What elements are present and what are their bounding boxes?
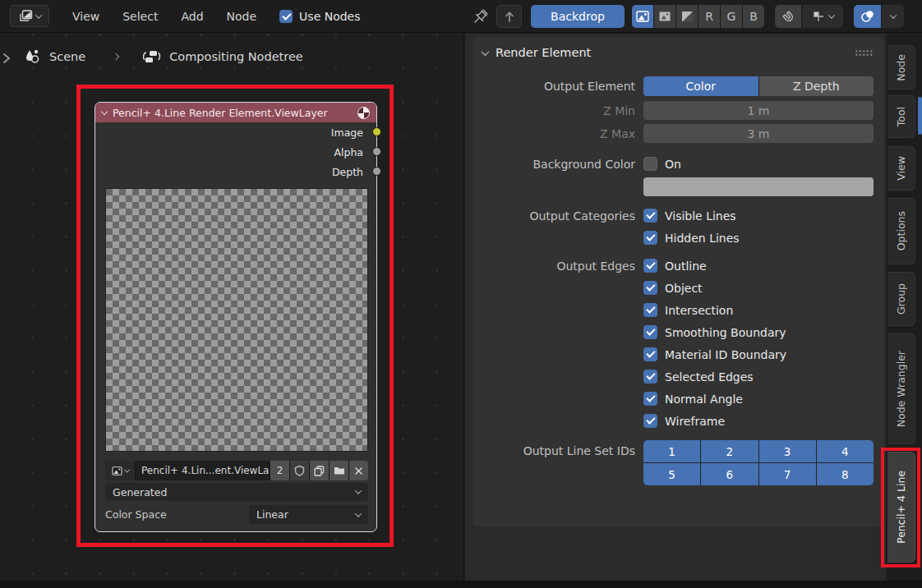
tab-view[interactable]: View <box>887 146 915 191</box>
panel-drag-grip-icon[interactable] <box>855 49 873 57</box>
menu-view[interactable]: View <box>61 10 111 23</box>
line-set-id-7[interactable]: 7 <box>759 463 816 485</box>
output-line-set-ids-label: Output Line Set IDs <box>482 444 635 457</box>
normal-angle-toggle[interactable]: Normal Angle <box>643 392 743 406</box>
tab-node-wrangler[interactable]: Node Wrangler <box>887 333 915 444</box>
region-expand-arrow-icon[interactable] <box>2 52 12 65</box>
tab-options[interactable]: Options <box>887 198 915 264</box>
wireframe-toggle[interactable]: Wireframe <box>643 414 725 428</box>
compositor-window: View Select Add Node Use Nodes <box>0 0 922 588</box>
tab-tool[interactable]: Tool <box>887 95 915 138</box>
intersection-checkbox[interactable] <box>643 303 657 317</box>
visible-lines-checkbox[interactable] <box>643 209 657 223</box>
editor-header: View Select Add Node Use Nodes <box>0 0 922 33</box>
hidden-lines-checkbox[interactable] <box>643 231 657 245</box>
line-set-id-2[interactable]: 2 <box>701 440 758 462</box>
annotation-box-node <box>76 85 394 547</box>
line-set-id-1[interactable]: 1 <box>643 440 700 462</box>
channel-alpha-image-icon[interactable] <box>654 5 675 28</box>
region-scrollbar[interactable] <box>918 97 922 135</box>
outline-checkbox[interactable] <box>643 259 657 273</box>
panel-header[interactable]: Render Element <box>482 42 874 63</box>
output-edges-label: Output Edges <box>482 260 635 273</box>
line-set-id-4[interactable]: 4 <box>817 440 874 462</box>
backdrop-channel-buttons: R G B <box>632 5 764 28</box>
output-edges-row-4: Smoothing Boundary <box>482 325 874 339</box>
overlays-toggle-icon[interactable] <box>854 5 881 28</box>
line-set-ids-row: Output Line Set IDs 1 2 3 4 5 6 7 8 <box>482 440 874 485</box>
z-max-field[interactable]: 3 m <box>643 124 874 143</box>
use-nodes-toggle[interactable]: Use Nodes <box>279 10 360 23</box>
menu-node[interactable]: Node <box>215 10 269 23</box>
normal-angle-checkbox[interactable] <box>643 392 657 406</box>
window-bottom-edge <box>0 581 922 588</box>
smoothing-boundary-checkbox[interactable] <box>643 325 657 339</box>
output-element-zdepth-option[interactable]: Z Depth <box>759 76 874 96</box>
channel-b-button[interactable]: B <box>743 5 764 28</box>
output-edges-row-8: Wireframe <box>482 414 874 428</box>
line-set-id-3[interactable]: 3 <box>759 440 816 462</box>
menu-add[interactable]: Add <box>169 10 214 23</box>
hidden-lines-toggle[interactable]: Hidden Lines <box>643 231 740 245</box>
output-element-row: Output Element Color Z Depth <box>482 76 874 96</box>
z-max-label: Z Max <box>482 127 635 140</box>
use-nodes-checkbox[interactable] <box>279 10 293 23</box>
selected-edges-checkbox[interactable] <box>643 370 657 384</box>
channel-color-image-icon[interactable] <box>632 5 653 28</box>
visible-lines-toggle[interactable]: Visible Lines <box>643 209 736 223</box>
editor-type-dropdown[interactable] <box>10 5 49 27</box>
background-swatch-row <box>482 177 874 196</box>
line-set-id-5[interactable]: 5 <box>643 463 700 485</box>
output-element-color-option[interactable]: Color <box>643 76 758 96</box>
overlays-dropdown[interactable] <box>882 5 904 28</box>
output-categories-row-2: Hidden Lines <box>482 231 874 245</box>
overlay-controls <box>854 5 904 28</box>
chevron-down-icon <box>889 11 896 18</box>
snap-controls <box>775 5 843 28</box>
go-parent-nodetree-button[interactable] <box>496 5 522 28</box>
wireframe-checkbox[interactable] <box>643 414 657 428</box>
selected-edges-toggle[interactable]: Selected Edges <box>643 370 754 384</box>
z-min-label: Z Min <box>482 104 635 117</box>
object-toggle[interactable]: Object <box>643 281 703 295</box>
tab-group[interactable]: Group <box>887 272 915 326</box>
z-min-field[interactable]: 1 m <box>643 101 874 120</box>
panel-collapse-chevron-icon[interactable] <box>482 48 490 56</box>
material-id-boundary-checkbox[interactable] <box>643 347 657 361</box>
output-edges-row-5: Material ID Boundary <box>482 347 874 361</box>
channel-r-button[interactable]: R <box>698 5 720 28</box>
background-color-swatch[interactable] <box>643 177 874 196</box>
snap-magnet-icon[interactable] <box>775 5 801 28</box>
smoothing-boundary-toggle[interactable]: Smoothing Boundary <box>643 325 786 339</box>
tab-node[interactable]: Node <box>887 45 915 90</box>
snap-target-dropdown[interactable] <box>802 5 843 28</box>
background-color-label: Background Color <box>482 158 635 171</box>
menu-select[interactable]: Select <box>111 10 169 23</box>
scene-icon <box>23 48 41 65</box>
channel-matte-icon[interactable] <box>676 5 698 28</box>
intersection-toggle[interactable]: Intersection <box>643 303 733 317</box>
output-categories-row-1: Output Categories Visible Lines <box>482 209 874 223</box>
chevron-right-icon <box>113 53 119 60</box>
output-categories-label: Output Categories <box>482 209 635 223</box>
pin-icon[interactable] <box>473 8 489 25</box>
background-on-checkbox[interactable] <box>643 157 657 171</box>
output-edges-row-3: Intersection <box>482 303 874 317</box>
backdrop-button[interactable]: Backdrop <box>531 5 625 28</box>
nodetree-icon <box>143 48 161 65</box>
object-checkbox[interactable] <box>643 281 657 295</box>
node-editor-canvas[interactable]: Scene Compositing Nodetree Pencil+ 4.Lin… <box>0 34 464 581</box>
background-color-toggle[interactable]: On <box>643 157 681 171</box>
channel-g-button[interactable]: G <box>721 5 742 28</box>
output-element-label: Output Element <box>482 80 635 93</box>
render-element-panel: Render Element Output Element Color Z De… <box>473 37 884 526</box>
outline-toggle[interactable]: Outline <box>643 259 707 273</box>
line-set-id-grid: 1 2 3 4 5 6 7 8 <box>643 440 874 485</box>
line-set-id-8[interactable]: 8 <box>817 463 874 485</box>
z-max-row: Z Max 3 m <box>482 124 874 143</box>
material-id-boundary-toggle[interactable]: Material ID Boundary <box>643 347 786 361</box>
header-right-tools: Backdrop <box>473 0 904 33</box>
breadcrumb: Scene Compositing Nodetree <box>23 48 303 65</box>
breadcrumb-scene[interactable]: Scene <box>49 50 85 63</box>
line-set-id-6[interactable]: 6 <box>701 463 758 485</box>
